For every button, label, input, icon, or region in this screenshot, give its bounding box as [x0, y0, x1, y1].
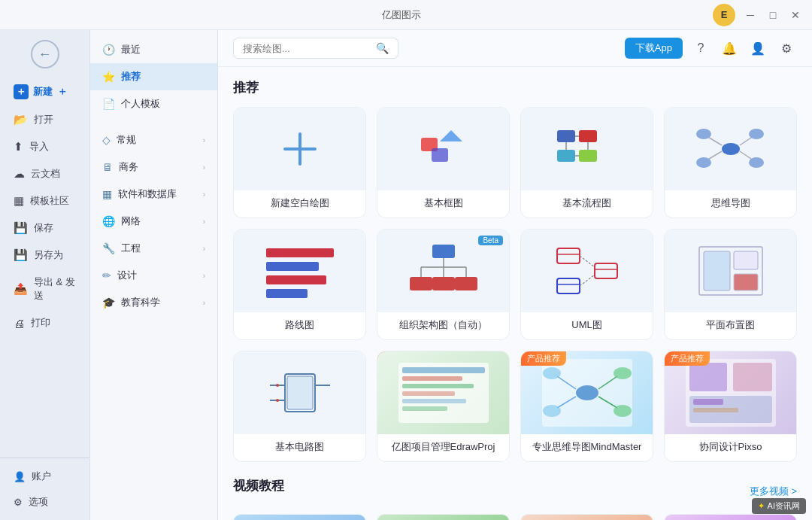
template-card-uml[interactable]: UML图	[520, 229, 653, 340]
account-label: 账户	[32, 470, 51, 483]
video-card-2[interactable]	[377, 514, 510, 520]
template-card-mindmaster[interactable]: 产品推荐	[520, 351, 653, 462]
svg-rect-41	[595, 263, 617, 278]
sidebar-item-cloud[interactable]: ☁ 云文档	[6, 161, 83, 187]
svg-rect-60	[402, 367, 485, 373]
more-video-link[interactable]: 更多视频 >	[750, 485, 797, 498]
sidebar-item-export[interactable]: 📤 导出 & 发送	[6, 269, 83, 309]
svg-point-69	[543, 367, 561, 379]
mid-nav-recent[interactable]: 🕐 最近	[90, 36, 217, 63]
mid-nav-general[interactable]: ◇ 常规 ›	[90, 126, 217, 154]
template-card-pixso[interactable]: 产品推荐 协同设计Pixso	[664, 351, 797, 462]
close-button[interactable]: ✕	[785, 5, 806, 26]
svg-rect-34	[410, 277, 432, 290]
template-card-circuit[interactable]: 基本电路图	[233, 351, 366, 462]
video-card-1[interactable]	[233, 514, 366, 520]
sidebar-item-new[interactable]: ＋ 新建 ＋	[6, 78, 83, 105]
print-icon: 🖨	[14, 317, 25, 330]
mid-nav-recommend[interactable]: ⭐ 推荐	[90, 63, 217, 90]
maximize-button[interactable]: □	[762, 5, 783, 26]
video-card-3[interactable]	[520, 514, 653, 520]
sidebar-item-save[interactable]: 💾 保存	[6, 215, 83, 241]
sidebar-item-print[interactable]: 🖨 打印	[6, 310, 83, 336]
save-label: 保存	[34, 221, 53, 235]
recommend-label: 推荐	[121, 70, 141, 84]
help-icon[interactable]: ?	[690, 38, 711, 59]
sidebar-item-options[interactable]: ⚙ 选项	[6, 490, 83, 514]
video-card-4[interactable]	[664, 514, 797, 520]
template-card-img-new-blank	[234, 108, 365, 190]
video-section-header: 视频教程 更多视频 >	[233, 477, 797, 505]
svg-point-73	[614, 367, 632, 379]
promo-badge-pixso: 产品推荐	[665, 351, 710, 366]
template-card-label-pixso: 协同设计Pixso	[696, 434, 765, 461]
user-icon[interactable]: 👤	[747, 38, 768, 59]
new-extra-icon: ＋	[57, 85, 68, 99]
education-chevron-icon: ›	[203, 299, 205, 307]
open-icon: 📂	[14, 113, 28, 126]
design-chevron-icon: ›	[203, 272, 205, 280]
search-input[interactable]	[243, 43, 370, 54]
design-label: 设计	[117, 269, 137, 282]
export-label: 导出 & 发送	[34, 275, 76, 303]
watermark-star-icon: ✦	[758, 501, 765, 511]
print-label: 打印	[31, 316, 50, 330]
topbar-right: 下载App ? 🔔 👤 ⚙	[625, 38, 797, 59]
engineering-icon: 🔧	[102, 242, 115, 254]
template-card-new-blank[interactable]: 新建空白绘图	[233, 107, 366, 218]
svg-marker-4	[440, 130, 462, 141]
svg-point-75	[614, 405, 632, 417]
svg-rect-7	[557, 150, 575, 162]
template-card-label-basic-frame: 基本框图	[421, 190, 466, 217]
template-card-label-basic-flow: 基本流程图	[559, 190, 614, 217]
template-card-mindmap[interactable]: 思维导图	[664, 107, 797, 218]
svg-rect-63	[402, 391, 455, 396]
network-label: 网络	[121, 214, 141, 228]
mid-nav-personal[interactable]: 📄 个人模板	[90, 90, 217, 117]
template-card-edrawproj[interactable]: 产品推荐 亿图项目管理EdrawProj	[377, 351, 510, 462]
search-icon: 🔍	[376, 42, 389, 54]
minimize-button[interactable]: ─	[740, 5, 761, 26]
template-icon: ▦	[14, 194, 24, 208]
svg-rect-80	[693, 399, 723, 405]
template-card-img-roadmap	[234, 230, 365, 312]
back-button[interactable]: ←	[27, 36, 63, 72]
engineering-label: 工程	[121, 242, 141, 255]
template-card-layout[interactable]: 平面布置图	[664, 229, 797, 340]
sidebar-item-account[interactable]: 👤 账户	[6, 464, 83, 488]
template-card-label-uml: UML图	[568, 312, 604, 339]
recent-label: 最近	[121, 43, 141, 56]
software-icon: ▦	[102, 188, 112, 200]
video-thumb-3	[521, 515, 653, 520]
mid-nav-engineering[interactable]: 🔧 工程 ›	[90, 235, 217, 262]
svg-rect-78	[733, 363, 772, 391]
template-card-basic-flow[interactable]: 基本流程图	[520, 107, 653, 218]
import-icon: ⬆	[14, 140, 23, 154]
left-sidebar: ← ＋ 新建 ＋ 📂 打开 ⬆ 导入 ☁ 云文档 ▦ 模板社区	[0, 30, 90, 520]
mid-nav-software[interactable]: ▦ 软件和数据库 ›	[90, 181, 217, 208]
mid-nav-business[interactable]: 🖥 商务 ›	[90, 154, 217, 181]
template-card-img-basic-frame	[377, 108, 509, 190]
sidebar-item-import[interactable]: ⬆ 导入	[6, 134, 83, 160]
settings-icon[interactable]: ⚙	[776, 38, 797, 59]
recent-icon: 🕐	[102, 44, 115, 56]
avatar-button[interactable]: E	[713, 4, 735, 26]
mid-nav-education[interactable]: 🎓 教育科学 ›	[90, 289, 217, 316]
network-chevron-icon: ›	[203, 217, 205, 226]
svg-point-13	[722, 143, 740, 155]
template-card-roadmap[interactable]: 路线图	[233, 229, 366, 340]
sidebar-item-saveas[interactable]: 💾 另存为	[6, 242, 83, 268]
notification-icon[interactable]: 🔔	[719, 38, 740, 59]
download-app-button[interactable]: 下载App	[625, 38, 683, 59]
beta-badge: Beta	[478, 236, 503, 245]
svg-point-71	[543, 405, 561, 417]
sidebar-item-template[interactable]: ▦ 模板社区	[6, 188, 83, 214]
mid-nav-design[interactable]: ✏ 设计 ›	[90, 262, 217, 289]
template-card-basic-frame[interactable]: 基本框图	[377, 107, 510, 218]
sidebar-item-open[interactable]: 📂 打开	[6, 107, 83, 132]
template-card-org-chart[interactable]: Beta 组织	[377, 229, 510, 340]
cloud-label: 云文档	[31, 167, 60, 181]
mid-nav-network[interactable]: 🌐 网络 ›	[90, 208, 217, 235]
search-box[interactable]: 🔍	[233, 38, 398, 59]
svg-line-44	[580, 275, 595, 286]
